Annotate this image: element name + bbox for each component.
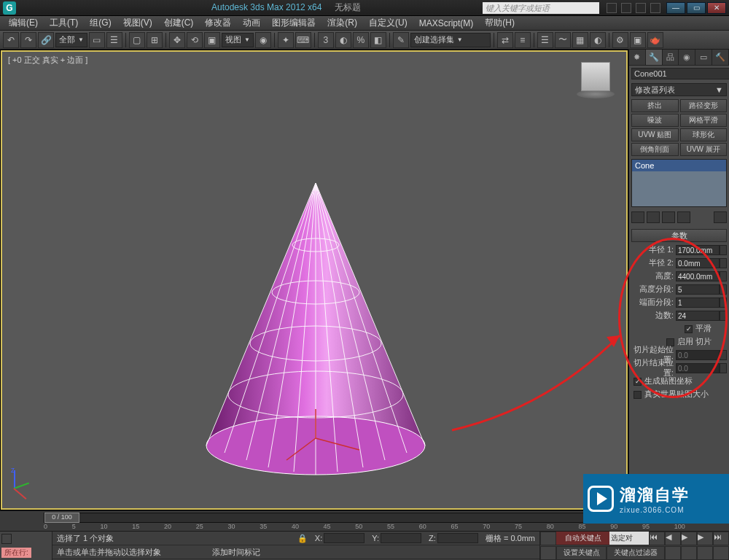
manip-button[interactable]: ✦ — [278, 32, 294, 48]
schematic-button[interactable]: ▦ — [572, 32, 588, 48]
chk-realworld[interactable] — [634, 391, 642, 399]
nav-orbit-icon[interactable] — [697, 546, 713, 560]
tab-motion[interactable]: ◉ — [679, 50, 695, 65]
mod-spherify[interactable]: 球形化 — [680, 128, 728, 141]
input-heightsegs[interactable]: 5 — [676, 284, 720, 295]
viewcube[interactable] — [575, 59, 616, 100]
tab-display[interactable]: ▭ — [695, 50, 712, 65]
rotate-button[interactable]: ⟲ — [187, 32, 203, 48]
setkey-icon[interactable] — [540, 546, 556, 560]
menu-grapheditor[interactable]: 图形编辑器 — [268, 15, 320, 31]
spinner-radius1[interactable] — [720, 245, 727, 255]
mod-pathdeform[interactable]: 路径变形 — [680, 99, 728, 112]
play-prev-icon[interactable]: ⏮ — [649, 532, 665, 545]
mod-meshsmooth[interactable]: 网格平滑 — [680, 114, 728, 127]
input-sides[interactable]: 24 — [676, 311, 720, 321]
curve-editor-button[interactable]: 〜 — [555, 32, 571, 48]
spinner-snap-button[interactable]: ◧ — [370, 32, 386, 48]
add-time-tag[interactable]: 添加时间标记 — [212, 547, 260, 558]
spinner-capsegs[interactable] — [720, 298, 727, 308]
select-name-button[interactable]: ☰ — [106, 32, 122, 48]
play-stepfwd-icon[interactable]: ▶ — [697, 532, 713, 545]
help-search-input[interactable]: 键入关键字或短语 — [483, 2, 599, 14]
mirror-button[interactable]: ⇄ — [497, 32, 513, 48]
modifier-list-dropdown[interactable]: 修改器列表▼ — [631, 83, 727, 96]
spinner-sides[interactable] — [720, 311, 727, 321]
play-stepback-icon[interactable]: ◀ — [665, 532, 681, 545]
nav-zoom-icon[interactable] — [681, 546, 697, 560]
pin-stack-button[interactable] — [631, 211, 644, 223]
coord-z-input[interactable] — [437, 533, 478, 543]
nsel-edit-button[interactable]: ✎ — [393, 32, 409, 48]
maximize-button[interactable]: ▭ — [687, 2, 706, 14]
material-editor-button[interactable]: ◐ — [590, 32, 606, 48]
menu-group[interactable]: 组(G) — [85, 15, 115, 31]
lock-icon[interactable]: 🔒 — [297, 534, 308, 543]
menu-edit[interactable]: 编辑(E) — [4, 15, 42, 31]
menu-modifiers[interactable]: 修改器 — [200, 15, 235, 31]
input-radius2[interactable]: 0.0mm — [676, 258, 720, 268]
input-capsegs[interactable]: 1 — [676, 298, 720, 308]
select-button[interactable]: ▭ — [89, 32, 105, 48]
tab-hierarchy[interactable]: 品 — [663, 50, 679, 65]
spinner-height[interactable] — [720, 271, 727, 281]
key-selfilter[interactable]: 选定对 — [609, 532, 649, 545]
menu-animation[interactable]: 动画 — [238, 15, 265, 31]
pivot-button[interactable]: ◉ — [255, 32, 271, 48]
tab-modify[interactable]: 🔧 — [646, 50, 663, 65]
configure-sets-button[interactable] — [714, 211, 727, 223]
key-mode-icon[interactable] — [540, 532, 556, 545]
spinner-heightsegs[interactable] — [720, 284, 727, 295]
redo-button[interactable]: ↷ — [20, 32, 36, 48]
infocenter-icon[interactable] — [607, 3, 617, 13]
rendered-frame-button[interactable]: ▣ — [630, 32, 646, 48]
pct-snap-button[interactable]: % — [353, 32, 369, 48]
chk-genmap[interactable]: ✓ — [634, 378, 642, 386]
mod-uvwmap[interactable]: UVW 贴图 — [631, 128, 679, 141]
tab-create[interactable]: ✸ — [629, 50, 646, 65]
show-end-button[interactable] — [647, 211, 660, 223]
angle-snap-button[interactable]: ◐ — [335, 32, 351, 48]
menu-tools[interactable]: 工具(T) — [45, 15, 82, 31]
nav-maximize-icon[interactable] — [713, 546, 729, 560]
snap-button[interactable]: 3 — [318, 32, 334, 48]
signin-icon[interactable] — [621, 3, 631, 13]
play-next-icon[interactable]: ⏭ — [713, 532, 729, 545]
favorites-icon[interactable] — [636, 3, 646, 13]
rect-select-icon[interactable]: ▢ — [129, 32, 145, 48]
mod-extrude[interactable]: 挤出 — [631, 99, 679, 112]
rollout-params[interactable]: 参数 — [631, 229, 727, 242]
mod-uvwunwrap[interactable]: UVW 展开 — [680, 143, 728, 156]
menu-create[interactable]: 创建(C) — [160, 15, 198, 31]
selection-filter-dropdown[interactable]: 全部▼ — [55, 33, 87, 47]
unique-button[interactable] — [662, 211, 675, 223]
undo-button[interactable]: ↶ — [3, 32, 19, 48]
keyfilter-button[interactable]: 关键点过滤器 — [607, 546, 665, 560]
object-name-input[interactable] — [631, 68, 729, 79]
minimize-button[interactable]: — — [666, 2, 685, 14]
scale-button[interactable]: ▣ — [204, 32, 220, 48]
render-button[interactable]: 🫖 — [647, 32, 663, 48]
render-setup-button[interactable]: ⚙ — [612, 32, 628, 48]
modifier-stack[interactable]: Cone — [631, 159, 727, 207]
autokey-button[interactable]: 自动关键点 — [556, 532, 609, 545]
move-button[interactable]: ✥ — [169, 32, 185, 48]
app-icon[interactable]: G — [3, 1, 16, 15]
menu-view[interactable]: 视图(V) — [119, 15, 157, 31]
time-slider-thumb[interactable]: 0 / 100 — [44, 513, 79, 523]
coord-y-input[interactable] — [381, 533, 421, 543]
tab-utilities[interactable]: 🔨 — [712, 50, 729, 65]
play-icon[interactable]: ▶ — [681, 532, 697, 545]
layers-button[interactable]: ☰ — [537, 32, 553, 48]
named-selset-dropdown[interactable]: 创建选择集▼ — [410, 33, 491, 47]
viewport-label[interactable]: [ +0 正交 真实 + 边面 ] — [8, 55, 87, 66]
menu-help[interactable]: 帮助(H) — [480, 15, 519, 31]
align-button[interactable]: ≡ — [515, 32, 531, 48]
chk-smooth[interactable]: ✓ — [685, 325, 693, 333]
input-radius1[interactable]: 1700.0mm — [676, 245, 720, 255]
setkey-button[interactable]: 设置关键点 — [556, 546, 607, 560]
spinner-radius2[interactable] — [720, 258, 727, 268]
menu-render[interactable]: 渲染(R) — [323, 15, 362, 31]
menu-customize[interactable]: 自定义(U) — [364, 15, 412, 31]
refcoord-dropdown[interactable]: 视图▼ — [222, 33, 254, 47]
